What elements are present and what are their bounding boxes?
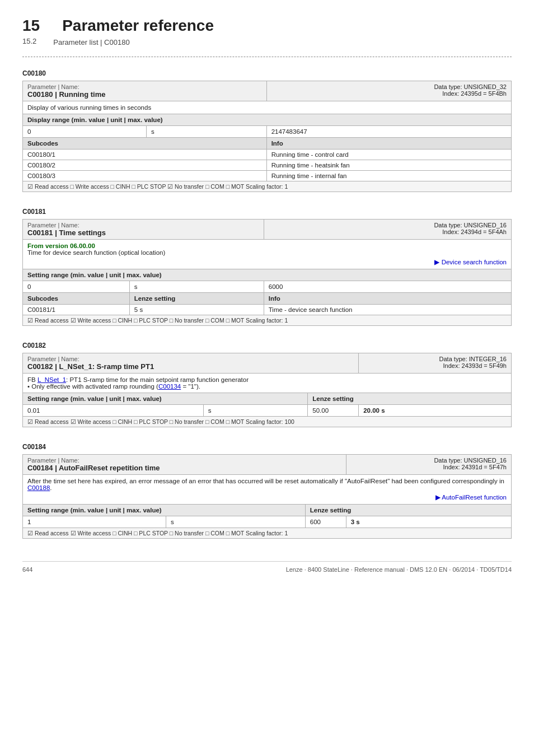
range-label-c00182: Setting range (min. value | unit | max. … [23,393,308,405]
subcodes-header-c00180: Subcodes [23,138,267,150]
range-label-c00180: Display range (min. value | unit | max. … [23,114,512,126]
data-type-c00181: Data type: UNSIGNED_16 Index: 24394d = 5… [264,220,511,240]
subcode-info-c00180-3: Running time - internal fan [266,171,511,181]
param-name-label-c00184: Parameter | Name: C00184 | AutoFailReset… [23,455,346,475]
c00134-link[interactable]: C00134 [158,383,181,390]
range-max-c00182: 50.00 [308,405,359,417]
footer-text: Lenze · 8400 StateLine · Reference manua… [286,566,512,573]
autofailreset-link-c00184[interactable]: AutoFailReset function [435,494,507,501]
lenze-setting-value-c00182: 20.00 s [359,405,512,417]
device-search-link-c00181[interactable]: Device search function [434,259,507,265]
footer-c00181: ☑ Read access ☑ Write access □ CINH □ PL… [23,315,512,326]
param-id-c00181: C00181 [22,208,512,216]
subcode-info-c00181-1: Time - device search function [264,305,511,315]
footer-c00180: ☑ Read access □ Write access □ CINH □ PL… [23,181,512,192]
param-name-c00184: C00184 | AutoFailReset repetition time [27,464,160,472]
range-max-c00184: 600 [305,516,346,528]
range-min-c00180: 0 [23,126,147,138]
section-divider [22,57,512,57]
data-type-c00180: Data type: UNSIGNED_32 Index: 24395d = 5… [266,81,511,101]
chapter-number: 15 [22,17,40,35]
param-id-c00184: C00184 [22,443,512,451]
param-table-c00184: Parameter | Name: C00184 | AutoFailReset… [22,454,512,539]
range-unit-c00180: s [146,126,266,138]
c00188-link[interactable]: C00188 [27,484,50,491]
footer-c00184: ☑ Read access ☑ Write access □ CINH □ PL… [23,528,512,539]
subcode-info-c00180-1: Running time - control card [266,150,511,160]
param-name-c00182: C00182 | L_NSet_1: S-ramp time PT1 [27,362,154,371]
param-name-label-c00181: Parameter | Name: C00181 | Time settings [23,220,264,240]
param-name-label-c00182: Parameter | Name: C00182 | L_NSet_1: S-r… [23,353,359,374]
lenze-setting-col-header-c00182: Lenze setting [308,393,512,405]
param-name-c00181: C00181 | Time settings [27,228,106,237]
data-type-c00184: Data type: UNSIGNED_16 Index: 24391d = 5… [346,455,511,475]
lenze-setting-header-c00181: Lenze setting [129,293,264,305]
param-name-label-c00180: Parameter | Name: C00180 | Running time [23,81,267,101]
param-id-c00180: C00180 [22,69,512,77]
page-header: 15 Parameter reference 15.2 Parameter li… [22,17,512,46]
data-type-c00182: Data type: INTEGER_16 Index: 24393d = 5F… [359,353,512,374]
info-header-c00181: Info [264,293,511,305]
range-label-c00184: Setting range (min. value | unit | max. … [23,505,306,516]
footer-c00182: ☑ Read access ☑ Write access □ CINH □ PL… [23,417,512,427]
range-min-c00181: 0 [23,281,130,293]
description-c00182: FB L_NSet_1: PT1 S-ramp time for the mai… [23,374,512,393]
lenze-setting-col-header-c00184: Lenze setting [305,505,511,516]
param-table-c00182: Parameter | Name: C00182 | L_NSet_1: S-r… [22,353,512,427]
footer-page-number: 644 [22,566,32,573]
subcodes-header-c00181: Subcodes [23,293,130,305]
description-c00180: Display of various running times in seco… [23,101,512,114]
l-nset-link[interactable]: L_NSet_1 [38,376,66,383]
from-version-c00181: From version 06.00.00 [27,242,95,249]
range-max-c00181: 6000 [264,281,511,293]
description-c00181: From version 06.00.00 Time for device se… [23,240,512,269]
param-table-c00180: Parameter | Name: C00180 | Running time … [22,81,512,192]
subcode-c00180-3: C00180/3 [23,171,267,181]
subcode-c00180-1: C00180/1 [23,150,267,160]
param-name-c00180: C00180 | Running time [27,90,105,99]
page-footer: 644 Lenze · 8400 StateLine · Reference m… [22,561,512,573]
range-min-c00182: 0.01 [23,405,204,417]
range-unit-c00181: s [129,281,264,293]
info-header-c00180: Info [266,138,511,150]
subcode-c00181-1: C00181/1 [23,305,130,315]
section-title: Parameter list | C00180 [53,38,129,46]
param-section-c00182: C00182 Parameter | Name: C00182 | L_NSet… [22,342,512,427]
description-c00184: After the time set here has expired, an … [23,475,512,505]
range-label-c00181: Setting range (min. value | unit | max. … [23,269,512,281]
lenze-setting-c00181-1: 5 s [129,305,264,315]
subcode-info-c00180-2: Running time - heatsink fan [266,160,511,171]
param-section-c00180: C00180 Parameter | Name: C00180 | Runnin… [22,69,512,192]
lenze-setting-value-c00184: 3 s [346,516,511,528]
chapter-title: Parameter reference [62,17,214,35]
range-unit-c00182: s [203,405,307,417]
section-number: 15.2 [22,37,36,46]
range-unit-c00184: s [166,516,305,528]
range-max-c00180: 2147483647 [266,126,511,138]
param-section-c00181: C00181 Parameter | Name: C00181 | Time s… [22,208,512,326]
range-min-c00184: 1 [23,516,166,528]
subcode-c00180-2: C00180/2 [23,160,267,171]
param-id-c00182: C00182 [22,342,512,349]
param-table-c00181: Parameter | Name: C00181 | Time settings… [22,219,512,326]
param-section-c00184: C00184 Parameter | Name: C00184 | AutoFa… [22,443,512,539]
